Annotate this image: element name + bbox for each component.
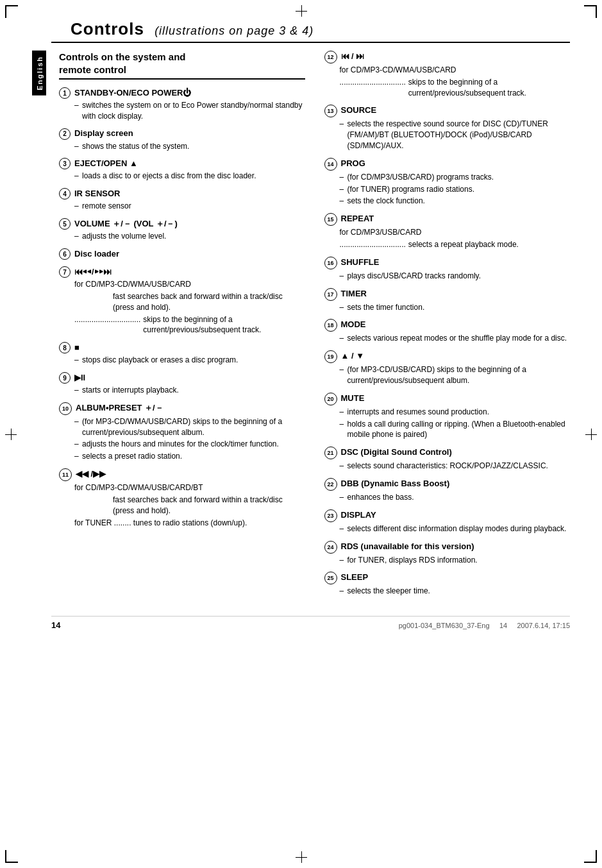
control-item-3: 3 EJECT/OPEN ▲ loads a disc to or ejects… xyxy=(59,158,305,182)
control-item-10: 10 ALBUM•PRESET ＋/－ (for MP3-CD/WMA/USB/… xyxy=(59,402,305,462)
control-desc-10-item-3: selects a preset radio station. xyxy=(74,451,305,462)
control-number-4: 4 xyxy=(59,188,71,200)
control-number-3: 3 xyxy=(59,158,71,169)
control-number-7: 7 xyxy=(59,266,71,278)
control-header-13: 13 SOURCE xyxy=(324,105,571,117)
section-heading-2: remote control xyxy=(59,64,126,75)
section-title: Controls on the system and remote contro… xyxy=(59,51,305,80)
control-desc-25: selects the sleeper time. xyxy=(340,586,571,597)
control-item-12: 12 ⏮ / ⏭ for CD/MP3-CD/WMA/USB/CARD ....… xyxy=(324,51,571,98)
control-desc-12: for CD/MP3-CD/WMA/USB/CARD .............… xyxy=(340,65,571,98)
control-desc-3: loads a disc to or ejects a disc from th… xyxy=(74,171,305,182)
control-name-12: ⏮ / ⏭ xyxy=(341,51,365,61)
crosshair-right xyxy=(585,429,597,440)
control-number-22: 22 xyxy=(324,478,337,491)
control-number-15: 15 xyxy=(324,213,337,226)
control-name-24: RDS (unavailable for this version) xyxy=(341,541,474,551)
control-desc-23-item-1: selects different disc information displ… xyxy=(340,523,571,534)
control-11-indent: fast searches back and forward within a … xyxy=(113,495,305,516)
control-15-for-line: for CD/MP3/USB/CARD xyxy=(340,227,571,238)
control-name-1: STANDBY-ON/ECO POWER⏻ xyxy=(74,88,192,98)
control-desc-10: (for MP3-CD/WMA/USB/CARD) skips to the b… xyxy=(74,416,305,462)
control-desc-1-item-1: switches the system on or to Eco Power s… xyxy=(74,100,305,122)
control-desc-17-item-1: sets the timer function. xyxy=(340,302,571,313)
page-title: Controls (illustrations on page 3 & 4) xyxy=(71,19,314,38)
control-header-12: 12 ⏮ / ⏭ xyxy=(324,51,571,64)
control-desc-13: selects the respective sound source for … xyxy=(340,119,571,151)
control-item-9: 9 ▶II starts or interrupts playback. xyxy=(59,372,305,396)
control-number-23: 23 xyxy=(324,509,337,522)
control-item-21: 21 DSC (Digital Sound Control) selects s… xyxy=(324,447,571,472)
control-desc-23: selects different disc information displ… xyxy=(340,523,571,534)
control-12-dotted-text: skips to the beginning of a current/prev… xyxy=(408,77,570,99)
content-layout: English Controls on the system and remot… xyxy=(32,51,570,603)
control-desc-10-item-1: (for MP3-CD/WMA/USB/CARD) skips to the b… xyxy=(74,416,305,438)
corner-mark-tl xyxy=(5,5,18,18)
control-number-13: 13 xyxy=(324,105,337,117)
control-desc-22: enhances the bass. xyxy=(340,492,571,503)
control-item-1: 1 STANDBY-ON/ECO POWER⏻ switches the sys… xyxy=(59,87,305,122)
control-desc-24-item-1: for TUNER, displays RDS information. xyxy=(340,555,571,566)
control-desc-16: plays disc/USB/CARD tracks randomly. xyxy=(340,271,571,282)
control-name-4: IR SENSOR xyxy=(74,189,121,198)
control-item-11: 11 ◀◀ /▶▶ for CD/MP3-CD/WMA/USB/CARD/BT … xyxy=(59,468,305,529)
control-desc-17: sets the timer function. xyxy=(340,302,571,313)
control-15-dotted-text: selects a repeat playback mode. xyxy=(408,239,570,250)
control-item-24: 24 RDS (unavailable for this version) fo… xyxy=(324,541,571,566)
control-header-11: 11 ◀◀ /▶▶ xyxy=(59,468,305,481)
control-desc-8: stops disc playback or erases a disc pro… xyxy=(74,355,305,366)
page-container: Controls (illustrations on page 3 & 4) E… xyxy=(0,0,602,868)
corner-mark-bl xyxy=(5,850,18,863)
control-number-5: 5 xyxy=(59,218,71,230)
control-desc-14-item-1: (for CD/MP3/USB/CARD) programs tracks. xyxy=(340,172,571,183)
control-header-23: 23 DISPLAY xyxy=(324,509,571,522)
control-name-20: MUTE xyxy=(341,393,365,403)
control-number-16: 16 xyxy=(324,257,337,269)
control-header-7: 7 ⏮◀◀/▶▶⏭ xyxy=(59,266,305,278)
section-heading-1: Controls on the system and xyxy=(59,51,186,62)
control-desc-14-item-2: (for TUNER) programs radio stations. xyxy=(340,184,571,195)
control-name-11: ◀◀ /▶▶ xyxy=(76,469,106,479)
control-name-13: SOURCE xyxy=(341,105,377,115)
control-desc-19-item-1: (for MP3-CD/USB/CARD) skips to the begin… xyxy=(340,364,571,386)
control-12-dotted: ............................... skips to… xyxy=(340,77,571,99)
control-desc-10-item-2: adjusts the hours and minutes for the cl… xyxy=(74,439,305,450)
control-name-14: PROG xyxy=(341,158,365,168)
footer-filename: pg001-034_BTM630_37-Eng xyxy=(399,622,490,629)
control-number-14: 14 xyxy=(324,158,337,171)
control-header-6: 6 Disc loader xyxy=(59,248,305,260)
control-header-17: 17 TIMER xyxy=(324,288,571,301)
control-number-8: 8 xyxy=(59,342,71,353)
control-desc-19: (for MP3-CD/USB/CARD) skips to the begin… xyxy=(340,364,571,386)
control-name-16: SHUFFLE xyxy=(341,257,380,267)
control-desc-4-item-1: remote sensor xyxy=(74,201,305,212)
control-header-24: 24 RDS (unavailable for this version) xyxy=(324,541,571,554)
control-header-19: 19 ▲ / ▼ xyxy=(324,350,571,363)
control-header-16: 16 SHUFFLE xyxy=(324,257,571,269)
control-item-13: 13 SOURCE selects the respective sound s… xyxy=(324,105,571,151)
corner-mark-tr xyxy=(584,5,597,18)
control-desc-24: for TUNER, displays RDS information. xyxy=(340,555,571,566)
control-number-2: 2 xyxy=(59,128,71,140)
control-header-3: 3 EJECT/OPEN ▲ xyxy=(59,158,305,169)
control-number-25: 25 xyxy=(324,572,337,584)
control-item-14: 14 PROG (for CD/MP3/USB/CARD) programs t… xyxy=(324,158,571,207)
control-7-dots: ............................... xyxy=(74,314,140,336)
control-header-8: 8 ■ xyxy=(59,342,305,353)
control-desc-8-item-1: stops disc playback or erases a disc pro… xyxy=(74,355,305,366)
page-footer: 14 pg001-034_BTM630_37-Eng 14 2007.6.14,… xyxy=(51,616,570,630)
left-column: Controls on the system and remote contro… xyxy=(59,51,305,603)
control-name-6: Disc loader xyxy=(74,249,119,259)
control-desc-13-item-1: selects the respective sound source for … xyxy=(340,119,571,151)
control-11-for-line1: for CD/MP3-CD/WMA/USB/CARD/BT xyxy=(74,482,305,493)
control-name-7: ⏮◀◀/▶▶⏭ xyxy=(74,267,112,277)
control-header-5: 5 VOLUME ＋/－ (VOL ＋/－) xyxy=(59,218,305,230)
control-item-8: 8 ■ stops disc playback or erases a disc… xyxy=(59,342,305,366)
control-15-dotted: ............................... selects … xyxy=(340,239,571,250)
control-name-22: DBB (Dynamic Bass Boost) xyxy=(341,479,450,488)
control-header-1: 1 STANDBY-ON/ECO POWER⏻ xyxy=(59,87,305,99)
control-desc-25-item-1: selects the sleeper time. xyxy=(340,586,571,597)
control-desc-21-item-1: selects sound characteristics: ROCK/POP/… xyxy=(340,461,571,472)
right-column: 12 ⏮ / ⏭ for CD/MP3-CD/WMA/USB/CARD ....… xyxy=(324,51,571,603)
control-desc-18: selects various repeat modes or the shuf… xyxy=(340,333,571,344)
